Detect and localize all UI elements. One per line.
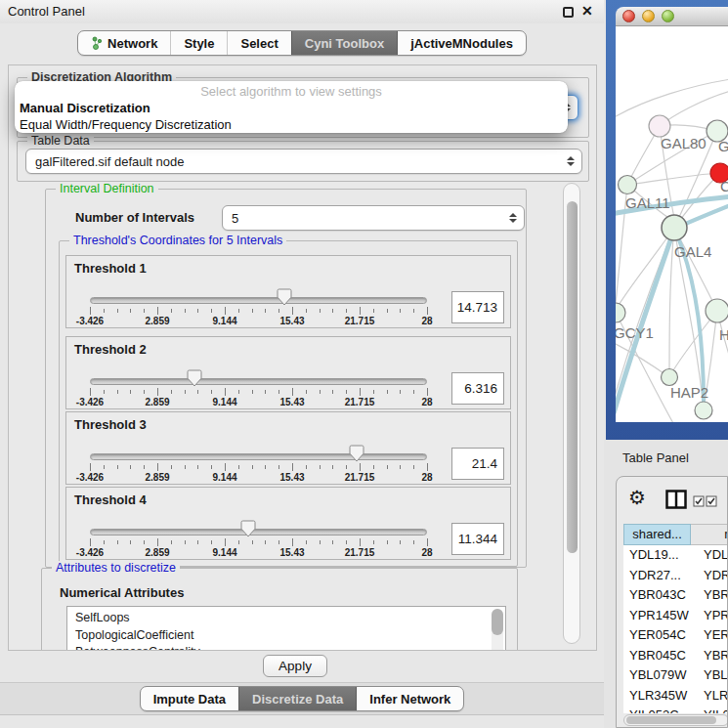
slider-tick — [320, 390, 321, 394]
slider-tick — [387, 465, 388, 469]
scrollbar-thumb[interactable] — [567, 201, 578, 553]
node-hap2[interactable] — [662, 369, 678, 386]
node-bottom[interactable] — [695, 402, 712, 419]
cell-name[interactable]: YBL0 — [700, 665, 728, 686]
cell-shared-name[interactable]: YER054C — [623, 625, 700, 646]
slider-tick — [238, 465, 239, 469]
slider-thumb[interactable] — [349, 445, 364, 462]
zoom-traffic-light-icon[interactable] — [662, 10, 674, 22]
node-gal80[interactable] — [649, 115, 670, 137]
column-header-name[interactable]: na — [691, 524, 728, 545]
cell-shared-name[interactable]: YBR045C — [623, 646, 700, 666]
table-row[interactable]: YDR27...YDR2 — [623, 566, 728, 586]
tab-jactivemnodules[interactable]: jActiveMNodules — [397, 31, 526, 55]
column-header-shared[interactable]: shared... — [623, 524, 691, 545]
slider-track[interactable] — [90, 297, 427, 304]
checkbox-icon[interactable] — [693, 493, 705, 511]
panel-vertical-scrollbar[interactable] — [563, 183, 580, 644]
slider-thumb[interactable] — [277, 288, 292, 306]
table-row[interactable]: YBR043CYBR0 — [623, 585, 728, 606]
tab-style[interactable]: Style — [170, 31, 227, 55]
network-canvas[interactable]: GAL80 GA C GAL11 GAL4 GCY1 HA HAP2 — [616, 26, 728, 422]
slider-ticks — [90, 463, 427, 472]
split-columns-icon[interactable] — [665, 490, 687, 513]
slider-tick — [130, 465, 131, 469]
slider-track[interactable] — [90, 378, 427, 385]
cell-shared-name[interactable]: YIL052C — [623, 706, 700, 713]
close-icon[interactable]: ✕ — [581, 3, 593, 19]
cell-shared-name[interactable]: YDR27... — [623, 566, 700, 586]
apply-button[interactable]: Apply — [263, 655, 327, 677]
table-row[interactable]: YBR045CYBR0 — [623, 646, 728, 666]
minimize-traffic-light-icon[interactable] — [642, 10, 655, 22]
checkbox-icon[interactable] — [706, 493, 717, 511]
table-row[interactable]: YDL19...YDL1 — [623, 545, 728, 566]
cell-name[interactable]: YBR0 — [700, 585, 728, 606]
table-row[interactable]: YIL052CYIL0 — [623, 706, 728, 713]
cell-name[interactable]: YER0 — [700, 625, 728, 646]
threshold-slider[interactable]: -3.4262.8599.14415.4321.71528 — [90, 337, 427, 410]
slider-tick — [90, 538, 91, 546]
cell-name[interactable]: YBR0 — [700, 646, 728, 666]
threshold-value-field[interactable]: 14.713 — [451, 291, 504, 323]
slider-tick — [238, 390, 239, 394]
cell-name[interactable]: YLR3 — [700, 686, 728, 707]
slider-track[interactable] — [90, 529, 427, 535]
cell-shared-name[interactable]: YBL079W — [623, 665, 700, 686]
close-traffic-light-icon[interactable] — [622, 10, 635, 22]
numerical-attributes-list[interactable]: SelfLoopsTopologicalCoefficientBetweenne… — [66, 606, 506, 650]
table-data-combobox[interactable]: galFiltered.sif default node — [25, 149, 582, 174]
threshold-slider[interactable]: -3.4262.8599.14415.4321.71528 — [90, 256, 427, 329]
slider-tick — [373, 465, 374, 469]
node-gal4[interactable] — [662, 215, 687, 240]
cell-shared-name[interactable]: YPR145W — [623, 606, 700, 626]
attribute-item[interactable]: BetweennessCentrality — [67, 644, 505, 650]
threshold-slider[interactable]: -3.4262.8599.14415.4321.71528 — [90, 412, 427, 486]
threshold-value-field[interactable]: 6.316 — [451, 372, 504, 405]
node-gal11[interactable] — [619, 176, 637, 194]
cell-name[interactable]: YDR2 — [700, 566, 728, 586]
cell-shared-name[interactable]: YBR043C — [623, 585, 700, 606]
tab-network[interactable]: Network — [78, 31, 170, 55]
slider-tick-label: 28 — [421, 472, 432, 483]
slider-tick — [252, 390, 253, 394]
table-row[interactable]: YER054CYER0 — [623, 625, 728, 646]
attribute-item[interactable]: SelfLoops — [67, 610, 505, 627]
tab-impute-data[interactable]: Impute Data — [141, 687, 238, 710]
network-window-titlebar[interactable] — [616, 7, 728, 26]
table-horizontal-scrollbar[interactable] — [623, 714, 728, 726]
cell-name[interactable]: YIL0 — [700, 706, 728, 713]
tab-select[interactable]: Select — [227, 31, 290, 55]
tab-infer-network[interactable]: Infer Network — [356, 687, 463, 710]
slider-thumb[interactable] — [240, 520, 256, 537]
dropdown-option-equal-width-frequency[interactable]: Equal Width/Frequency Discretization — [15, 116, 568, 133]
threshold-value-field[interactable]: 21.4 — [451, 448, 504, 480]
cyni-bottom-tabs: Impute Data Discretize Data Infer Networ… — [140, 686, 465, 711]
list-scrollbar[interactable] — [492, 609, 503, 650]
float-window-icon[interactable] — [563, 7, 574, 18]
threshold-slider[interactable]: -3.4262.8599.14415.4321.71528 — [90, 488, 427, 561]
slider-tick — [197, 309, 198, 313]
node-right-mid[interactable] — [706, 299, 728, 322]
cell-name[interactable]: YDL1 — [700, 545, 728, 566]
table-row[interactable]: YLR345WYLR3 — [623, 686, 728, 707]
list-scrollbar-thumb[interactable] — [492, 609, 503, 635]
attribute-item[interactable]: TopologicalCoefficient — [67, 627, 505, 645]
threshold-value-field[interactable]: 11.344 — [451, 523, 504, 555]
table-row[interactable]: YBL079WYBL0 — [623, 665, 728, 686]
gear-icon[interactable]: ⚙ — [628, 487, 646, 508]
num-intervals-combobox[interactable]: 5 — [222, 205, 525, 231]
slider-tick — [346, 309, 347, 313]
cell-name[interactable]: YPR1 — [700, 606, 728, 626]
scrollbar-thumb[interactable] — [626, 716, 716, 724]
slider-thumb[interactable] — [187, 369, 202, 387]
node-label-partial-ga: GA — [718, 138, 728, 154]
cell-shared-name[interactable]: YDL19... — [623, 545, 700, 566]
tab-cyni-toolbox[interactable]: Cyni Toolbox — [291, 31, 397, 55]
node-gcy1[interactable] — [616, 303, 625, 322]
table-row[interactable]: YPR145WYPR1 — [623, 606, 728, 626]
cell-shared-name[interactable]: YLR345W — [623, 686, 700, 707]
slider-track[interactable] — [90, 453, 427, 460]
tab-discretize-data[interactable]: Discretize Data — [238, 687, 356, 710]
dropdown-option-manual-discretization[interactable]: Manual Discretization — [15, 100, 568, 116]
